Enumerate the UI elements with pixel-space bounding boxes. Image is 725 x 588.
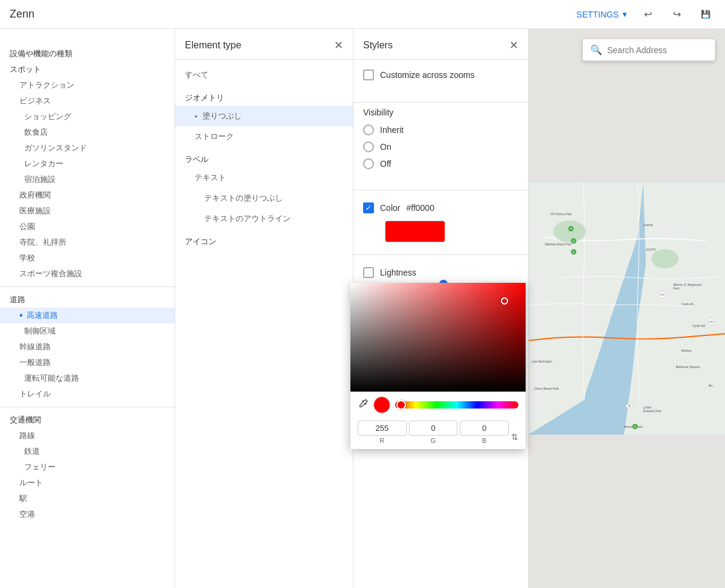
undo-button[interactable]: ↩ [638, 5, 657, 24]
sidebar-item-govt[interactable]: 政府機関 [0, 187, 175, 203]
rgb-g-input[interactable] [409, 421, 458, 436]
off-radio[interactable] [363, 158, 374, 169]
topbar-left: Zenn [10, 8, 34, 21]
svg-text:Chism Beach Park: Chism Beach Park [534, 387, 559, 390]
redo-button[interactable]: ↪ [667, 5, 686, 24]
stylers-close-button[interactable]: ✕ [509, 39, 518, 52]
element-section-label: ラベル [175, 149, 353, 167]
color-checkbox[interactable]: ✓ [363, 202, 374, 213]
color-label: Color [380, 203, 400, 213]
settings-button[interactable]: SETTINGS ▼ [576, 10, 628, 19]
rgb-r-label: R [379, 437, 384, 444]
color-row: ✓ Color #ff0000 [363, 202, 518, 213]
lightness-checkbox[interactable] [363, 267, 374, 278]
element-type-close-button[interactable]: ✕ [334, 39, 343, 52]
radio-inherit[interactable]: Inherit [363, 124, 518, 135]
rgb-r-field: R [358, 421, 407, 444]
sidebar-item-school[interactable]: 学校 [0, 250, 175, 266]
customize-section: Customize across zooms [353, 60, 528, 97]
svg-text:✦: ✦ [572, 240, 575, 243]
rgb-g-field: G [409, 421, 458, 444]
map-svg: OO Denny Park Juanita Matthews Beach Par… [529, 29, 725, 588]
sidebar-item-station[interactable]: 駅 [0, 491, 175, 506]
eyedropper-button[interactable] [358, 398, 369, 412]
element-item-fill[interactable]: ● 塗りつぶし [175, 106, 353, 126]
divider1 [353, 102, 528, 103]
color-preview-swatch [373, 396, 390, 413]
sidebar-item-airport[interactable]: 空港 [0, 506, 175, 522]
sidebar-item-medical[interactable]: 医療施設 [0, 203, 175, 219]
sidebar-item-park[interactable]: 公園 [0, 219, 175, 234]
sidebar-item-transit-route[interactable]: ルート [0, 475, 175, 491]
save-button[interactable]: 💾 [696, 5, 715, 24]
rgb-r-input[interactable] [358, 421, 407, 436]
sidebar-item-gas[interactable]: ガソリンスタンド [0, 140, 175, 156]
customize-row: Customize across zooms [363, 69, 518, 80]
sidebar-item-arterial[interactable]: 幹線道路 [0, 339, 175, 355]
chevron-down-icon: ▼ [621, 10, 628, 19]
search-input[interactable] [607, 45, 707, 55]
element-item-text-fill[interactable]: テキストの塗りつぶし [175, 188, 353, 208]
picker-controls [350, 392, 526, 418]
customize-checkbox[interactable] [363, 69, 374, 80]
inherit-label: Inherit [380, 125, 404, 135]
sidebar-item-attraction[interactable]: アトラクション [0, 77, 175, 93]
sidebar-item-rail[interactable]: 鉄道 [0, 444, 175, 459]
sidebar-item-highway[interactable]: • 高速道路 [0, 308, 175, 323]
sidebar-item-rental[interactable]: レンタカー [0, 156, 175, 172]
svg-text:SOUTH: SOUTH [646, 248, 656, 251]
sidebar-item-drivable[interactable]: 運転可能な道路 [0, 370, 175, 386]
app-logo: Zenn [10, 8, 34, 21]
rgb-b-input[interactable] [460, 421, 509, 436]
element-item-text[interactable]: テキスト [175, 167, 353, 188]
sidebar-divider [0, 286, 175, 287]
color-gradient-area[interactable] [350, 283, 526, 392]
svg-text:513: 513 [660, 294, 665, 297]
hue-slider[interactable] [395, 401, 518, 409]
topbar: Zenn SETTINGS ▼ ↩ ↪ 💾 [0, 0, 725, 29]
sidebar-item-food[interactable]: 飲食店 [0, 124, 175, 140]
sidebar-item-transit[interactable]: 交通機関 [0, 412, 175, 428]
radio-off[interactable]: Off [363, 158, 518, 169]
sidebar-item-spot[interactable]: スポット [0, 62, 175, 77]
sidebar-item-route[interactable]: 路線 [0, 428, 175, 444]
color-section: ✓ Color #ff0000 [353, 195, 528, 250]
element-type-title: Element type [185, 40, 241, 51]
color-swatch[interactable] [385, 221, 445, 242]
svg-text:Park: Park [673, 287, 680, 290]
sidebar-item-trail[interactable]: トレイル [0, 386, 175, 402]
visibility-section: Visibility Inherit On Off [353, 108, 528, 185]
svg-text:✦: ✦ [634, 425, 636, 428]
rgb-mode-button[interactable]: ⇅ [511, 421, 518, 444]
on-radio[interactable] [363, 141, 374, 152]
inherit-radio[interactable] [363, 124, 374, 135]
off-label: Off [380, 159, 391, 169]
radio-on[interactable]: On [363, 141, 518, 152]
selected-bullet: ● [195, 114, 198, 119]
sidebar-item-local[interactable]: 一般道路 [0, 355, 175, 370]
map-area: OO Denny Park Juanita Matthews Beach Par… [529, 29, 725, 588]
sidebar-item-sports[interactable]: スポーツ複合施設 [0, 266, 175, 282]
color-picker-popup: R G B ⇅ [350, 283, 526, 449]
svg-text:Luther: Luther [643, 406, 652, 409]
rgb-inputs: R G B ⇅ [350, 418, 526, 449]
element-item-text-outline[interactable]: テキストのアウトライン [175, 208, 353, 229]
sidebar-item-temple[interactable]: 寺院、礼拝所 [0, 234, 175, 250]
sidebar-item-control[interactable]: 制御区域 [0, 323, 175, 339]
color-gradient-inner [350, 283, 526, 392]
sidebar-item-ferry[interactable]: フェリー [0, 459, 175, 475]
svg-text:520: 520 [709, 320, 714, 323]
svg-point-4 [651, 249, 678, 268]
sidebar-item-lodging[interactable]: 宿泊施設 [0, 172, 175, 187]
rgb-b-label: B [482, 437, 486, 444]
visibility-title: Visibility [363, 108, 518, 117]
divider3 [353, 254, 528, 255]
sidebar-item-road[interactable]: 道路 [0, 292, 175, 308]
sidebar-item-shopping[interactable]: ショッピング [0, 109, 175, 124]
search-icon: 🔍 [590, 44, 602, 56]
element-item-all[interactable]: すべて [175, 65, 353, 85]
redo-icon: ↪ [673, 8, 681, 20]
on-label: On [380, 142, 392, 152]
element-item-stroke[interactable]: ストローク [175, 126, 353, 147]
sidebar-item-business[interactable]: ビジネス [0, 93, 175, 109]
